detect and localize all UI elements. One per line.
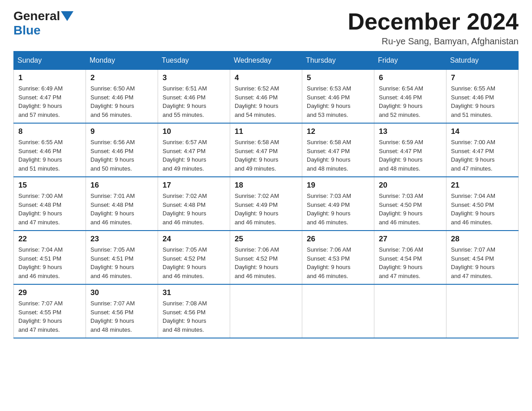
day-number: 2	[90, 73, 153, 82]
day-number: 13	[379, 127, 442, 136]
calendar-cell	[446, 284, 519, 338]
week-row-3: 15 Sunrise: 7:00 AMSunset: 4:48 PMDaylig…	[14, 177, 519, 231]
day-info: Sunrise: 7:04 AMSunset: 4:51 PMDaylight:…	[18, 246, 63, 279]
header-saturday: Saturday	[446, 51, 519, 69]
day-number: 21	[451, 181, 514, 190]
header-tuesday: Tuesday	[158, 51, 230, 69]
day-info: Sunrise: 6:50 AMSunset: 4:46 PMDaylight:…	[90, 85, 135, 118]
day-info: Sunrise: 7:07 AMSunset: 4:56 PMDaylight:…	[90, 300, 135, 333]
header-friday: Friday	[374, 51, 446, 69]
day-number: 29	[18, 288, 81, 297]
logo[interactable]: General Blue	[13, 9, 74, 38]
day-info: Sunrise: 6:49 AMSunset: 4:47 PMDaylight:…	[18, 85, 63, 118]
day-info: Sunrise: 7:08 AMSunset: 4:56 PMDaylight:…	[163, 300, 207, 333]
logo-blue-text: Blue	[13, 23, 41, 37]
day-info: Sunrise: 6:55 AMSunset: 4:46 PMDaylight:…	[451, 85, 495, 118]
calendar-cell: 31 Sunrise: 7:08 AMSunset: 4:56 PMDaylig…	[158, 284, 230, 338]
location-subtitle: Ru-ye Sang, Bamyan, Afghanistan	[348, 36, 519, 47]
day-number: 4	[235, 73, 297, 82]
header-monday: Monday	[86, 51, 158, 69]
day-info: Sunrise: 6:57 AMSunset: 4:47 PMDaylight:…	[163, 139, 207, 172]
day-info: Sunrise: 7:06 AMSunset: 4:52 PMDaylight:…	[235, 246, 279, 279]
day-number: 26	[307, 235, 369, 244]
day-number: 25	[235, 235, 297, 244]
day-number: 22	[18, 235, 81, 244]
logo-general-text: General	[13, 9, 60, 23]
calendar-cell: 30 Sunrise: 7:07 AMSunset: 4:56 PMDaylig…	[86, 284, 158, 338]
calendar-cell: 21 Sunrise: 7:04 AMSunset: 4:50 PMDaylig…	[446, 177, 519, 231]
day-number: 14	[451, 127, 514, 136]
calendar-cell	[230, 284, 302, 338]
calendar-cell: 8 Sunrise: 6:55 AMSunset: 4:46 PMDayligh…	[14, 123, 86, 177]
day-info: Sunrise: 7:03 AMSunset: 4:50 PMDaylight:…	[379, 193, 423, 226]
day-info: Sunrise: 7:05 AMSunset: 4:52 PMDaylight:…	[163, 246, 207, 279]
calendar-cell: 5 Sunrise: 6:53 AMSunset: 4:46 PMDayligh…	[302, 69, 374, 123]
day-info: Sunrise: 6:55 AMSunset: 4:46 PMDaylight:…	[18, 139, 63, 172]
header-wednesday: Wednesday	[230, 51, 302, 69]
calendar-cell: 2 Sunrise: 6:50 AMSunset: 4:46 PMDayligh…	[86, 69, 158, 123]
day-number: 10	[163, 127, 225, 136]
day-info: Sunrise: 7:06 AMSunset: 4:53 PMDaylight:…	[307, 246, 351, 279]
day-number: 28	[451, 235, 514, 244]
calendar-cell: 28 Sunrise: 7:07 AMSunset: 4:54 PMDaylig…	[446, 231, 519, 284]
day-number: 20	[379, 181, 442, 190]
day-info: Sunrise: 6:59 AMSunset: 4:47 PMDaylight:…	[379, 139, 423, 172]
calendar-cell	[302, 284, 374, 338]
calendar-cell: 4 Sunrise: 6:52 AMSunset: 4:46 PMDayligh…	[230, 69, 302, 123]
calendar-cell: 11 Sunrise: 6:58 AMSunset: 4:47 PMDaylig…	[230, 123, 302, 177]
day-number: 6	[379, 73, 442, 82]
calendar-cell: 13 Sunrise: 6:59 AMSunset: 4:47 PMDaylig…	[374, 123, 446, 177]
calendar-cell: 20 Sunrise: 7:03 AMSunset: 4:50 PMDaylig…	[374, 177, 446, 231]
calendar-cell: 16 Sunrise: 7:01 AMSunset: 4:48 PMDaylig…	[86, 177, 158, 231]
week-row-5: 29 Sunrise: 7:07 AMSunset: 4:55 PMDaylig…	[14, 284, 519, 338]
day-info: Sunrise: 6:53 AMSunset: 4:46 PMDaylight:…	[307, 85, 351, 118]
calendar-cell: 3 Sunrise: 6:51 AMSunset: 4:46 PMDayligh…	[158, 69, 230, 123]
day-info: Sunrise: 7:04 AMSunset: 4:50 PMDaylight:…	[451, 193, 495, 226]
calendar-cell: 9 Sunrise: 6:56 AMSunset: 4:46 PMDayligh…	[86, 123, 158, 177]
day-number: 18	[235, 181, 297, 190]
day-number: 24	[163, 235, 225, 244]
day-number: 16	[90, 181, 153, 190]
calendar-cell: 26 Sunrise: 7:06 AMSunset: 4:53 PMDaylig…	[302, 231, 374, 284]
logo-triangle-icon	[61, 11, 73, 21]
week-row-2: 8 Sunrise: 6:55 AMSunset: 4:46 PMDayligh…	[14, 123, 519, 177]
calendar-cell: 6 Sunrise: 6:54 AMSunset: 4:46 PMDayligh…	[374, 69, 446, 123]
calendar-cell: 12 Sunrise: 6:58 AMSunset: 4:47 PMDaylig…	[302, 123, 374, 177]
calendar-cell: 24 Sunrise: 7:05 AMSunset: 4:52 PMDaylig…	[158, 231, 230, 284]
calendar-cell	[374, 284, 446, 338]
day-info: Sunrise: 6:56 AMSunset: 4:46 PMDaylight:…	[90, 139, 135, 172]
day-number: 8	[18, 127, 81, 136]
day-info: Sunrise: 7:03 AMSunset: 4:49 PMDaylight:…	[307, 193, 351, 226]
day-info: Sunrise: 7:07 AMSunset: 4:54 PMDaylight:…	[451, 246, 495, 279]
day-number: 12	[307, 127, 369, 136]
week-row-1: 1 Sunrise: 6:49 AMSunset: 4:47 PMDayligh…	[14, 69, 519, 123]
month-title: December 2024	[348, 9, 519, 34]
calendar-cell: 27 Sunrise: 7:06 AMSunset: 4:54 PMDaylig…	[374, 231, 446, 284]
day-info: Sunrise: 7:02 AMSunset: 4:48 PMDaylight:…	[163, 193, 207, 226]
day-info: Sunrise: 7:00 AMSunset: 4:47 PMDaylight:…	[451, 139, 495, 172]
calendar-cell: 17 Sunrise: 7:02 AMSunset: 4:48 PMDaylig…	[158, 177, 230, 231]
calendar-table: Sunday Monday Tuesday Wednesday Thursday…	[13, 51, 519, 338]
calendar-cell: 15 Sunrise: 7:00 AMSunset: 4:48 PMDaylig…	[14, 177, 86, 231]
day-number: 5	[307, 73, 369, 82]
calendar-cell: 22 Sunrise: 7:04 AMSunset: 4:51 PMDaylig…	[14, 231, 86, 284]
day-number: 17	[163, 181, 225, 190]
calendar-cell: 25 Sunrise: 7:06 AMSunset: 4:52 PMDaylig…	[230, 231, 302, 284]
day-info: Sunrise: 7:06 AMSunset: 4:54 PMDaylight:…	[379, 246, 423, 279]
day-info: Sunrise: 6:52 AMSunset: 4:46 PMDaylight:…	[235, 85, 279, 118]
calendar-cell: 23 Sunrise: 7:05 AMSunset: 4:51 PMDaylig…	[86, 231, 158, 284]
title-section: December 2024 Ru-ye Sang, Bamyan, Afghan…	[348, 9, 519, 47]
calendar-cell: 18 Sunrise: 7:02 AMSunset: 4:49 PMDaylig…	[230, 177, 302, 231]
day-info: Sunrise: 6:58 AMSunset: 4:47 PMDaylight:…	[307, 139, 351, 172]
calendar-header-row: Sunday Monday Tuesday Wednesday Thursday…	[14, 51, 519, 69]
day-info: Sunrise: 7:05 AMSunset: 4:51 PMDaylight:…	[90, 246, 135, 279]
day-number: 7	[451, 73, 514, 82]
day-info: Sunrise: 6:51 AMSunset: 4:46 PMDaylight:…	[163, 85, 207, 118]
day-number: 9	[90, 127, 153, 136]
header-thursday: Thursday	[302, 51, 374, 69]
day-number: 1	[18, 73, 81, 82]
day-info: Sunrise: 7:07 AMSunset: 4:55 PMDaylight:…	[18, 300, 63, 333]
day-info: Sunrise: 7:02 AMSunset: 4:49 PMDaylight:…	[235, 193, 279, 226]
header-sunday: Sunday	[14, 51, 86, 69]
day-number: 3	[163, 73, 225, 82]
